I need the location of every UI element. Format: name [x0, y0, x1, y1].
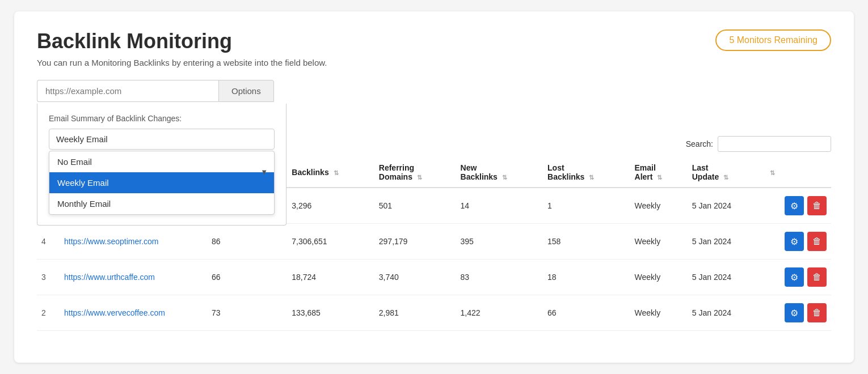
settings-button[interactable]: ⚙	[785, 267, 804, 287]
page-subtitle: You can run a Monitoring Backlinks by en…	[37, 58, 831, 67]
row-extra	[763, 224, 780, 260]
delete-button[interactable]: 🗑	[807, 303, 827, 322]
sort-icon-backlinks: ⇅	[334, 169, 339, 177]
table-row: 3https://www.urthcaffe.com6618,7243,7408…	[37, 260, 831, 295]
row-email-alert: Weekly	[630, 224, 688, 260]
row-new-backlinks: 14	[456, 188, 543, 224]
options-tab[interactable]: Options	[218, 80, 274, 102]
row-backlinks: 18,724	[287, 260, 374, 295]
dropdown-open-list: No Email Weekly Email Monthly Email	[49, 151, 275, 215]
row-new-backlinks: 395	[456, 224, 543, 260]
sort-icon-last-update: ⇅	[723, 174, 728, 181]
row-domain-strength: 86	[207, 224, 287, 260]
col-lost-backlinks[interactable]: LostBacklinks ⇅	[543, 158, 630, 188]
row-domain-strength: 73	[207, 295, 287, 331]
row-new-backlinks: 1,422	[456, 295, 543, 331]
delete-button[interactable]: 🗑	[807, 196, 827, 215]
col-referring-domains[interactable]: ReferringDomains ⇅	[374, 158, 456, 188]
row-extra	[763, 188, 780, 224]
row-email-alert: Weekly	[630, 188, 688, 224]
sort-icon-referring: ⇅	[417, 174, 422, 181]
col-last-update[interactable]: LastUpdate ⇅	[688, 158, 763, 188]
row-num: 3	[37, 260, 60, 295]
row-url[interactable]: https://www.seoptimer.com	[60, 224, 207, 260]
row-last-update: 5 Jan 2024	[688, 188, 763, 224]
email-dropdown-display[interactable]: Weekly Email	[49, 129, 275, 150]
row-referring-domains: 2,981	[374, 295, 456, 331]
dropdown-item-monthly-email[interactable]: Monthly Email	[49, 193, 274, 214]
sort-icon-extra: ⇅	[770, 169, 775, 177]
row-referring-domains: 3,740	[374, 260, 456, 295]
row-last-update: 5 Jan 2024	[688, 260, 763, 295]
row-actions: ⚙🗑	[780, 260, 831, 295]
row-referring-domains: 297,179	[374, 224, 456, 260]
col-backlinks[interactable]: Backlinks ⇅	[287, 158, 374, 188]
row-email-alert: Weekly	[630, 260, 688, 295]
row-actions: ⚙🗑	[780, 224, 831, 260]
row-lost-backlinks: 66	[543, 295, 630, 331]
dropdown-item-weekly-email[interactable]: Weekly Email	[49, 172, 274, 193]
row-num: 4	[37, 224, 60, 260]
input-area: Options Email Summary of Backlink Change…	[37, 80, 831, 102]
row-new-backlinks: 83	[456, 260, 543, 295]
dropdown-item-no-email[interactable]: No Email	[49, 151, 274, 172]
delete-button[interactable]: 🗑	[807, 232, 827, 251]
options-panel-label: Email Summary of Backlink Changes:	[49, 114, 275, 123]
row-backlinks: 7,306,651	[287, 224, 374, 260]
options-panel: Email Summary of Backlink Changes: Weekl…	[37, 104, 286, 226]
row-lost-backlinks: 18	[543, 260, 630, 295]
delete-button[interactable]: 🗑	[807, 267, 827, 287]
table-row: 4https://www.seoptimer.com867,306,651297…	[37, 224, 831, 260]
settings-button[interactable]: ⚙	[785, 303, 804, 322]
row-email-alert: Weekly	[630, 295, 688, 331]
row-referring-domains: 501	[374, 188, 456, 224]
page-title: Backlink Monitoring	[37, 29, 232, 53]
row-lost-backlinks: 1	[543, 188, 630, 224]
table-row: 2https://www.vervecoffee.com73133,6852,9…	[37, 295, 831, 331]
row-backlinks: 133,685	[287, 295, 374, 331]
sort-icon-lost-backlinks: ⇅	[589, 174, 594, 181]
row-lost-backlinks: 158	[543, 224, 630, 260]
col-email-alert[interactable]: EmailAlert ⇅	[630, 158, 688, 188]
header-row: Backlink Monitoring 5 Monitors Remaining	[37, 29, 831, 53]
row-actions: ⚙🗑	[780, 188, 831, 224]
row-url[interactable]: https://www.urthcaffe.com	[60, 260, 207, 295]
col-sort-extra: ⇅	[763, 158, 780, 188]
row-url[interactable]: https://www.vervecoffee.com	[60, 295, 207, 331]
monitors-remaining-badge: 5 Monitors Remaining	[715, 29, 831, 51]
col-new-backlinks[interactable]: NewBacklinks ⇅	[456, 158, 543, 188]
sort-icon-email-alert: ⇅	[657, 174, 662, 181]
url-input[interactable]	[37, 80, 218, 102]
row-last-update: 5 Jan 2024	[688, 295, 763, 331]
main-card: Backlink Monitoring 5 Monitors Remaining…	[14, 11, 854, 363]
search-label: Search:	[686, 139, 713, 148]
sort-icon-new-backlinks: ⇅	[502, 174, 507, 181]
settings-button[interactable]: ⚙	[785, 196, 804, 215]
url-options-row: Options	[37, 80, 831, 102]
row-extra	[763, 295, 780, 331]
row-backlinks: 3,296	[287, 188, 374, 224]
settings-button[interactable]: ⚙	[785, 232, 804, 251]
row-num: 2	[37, 295, 60, 331]
col-actions	[780, 158, 831, 188]
row-extra	[763, 260, 780, 295]
search-input[interactable]	[718, 136, 831, 152]
email-dropdown-wrapper: Weekly Email ▼ No Email Weekly Email Mon…	[49, 129, 275, 215]
row-domain-strength: 66	[207, 260, 287, 295]
row-last-update: 5 Jan 2024	[688, 224, 763, 260]
row-actions: ⚙🗑	[780, 295, 831, 331]
